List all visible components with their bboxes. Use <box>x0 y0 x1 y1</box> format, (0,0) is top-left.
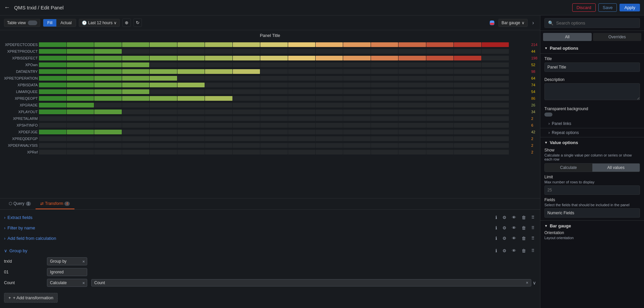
extract-info-button[interactable]: ℹ <box>494 214 498 221</box>
row-value: 86 <box>531 95 537 102</box>
transparent-bg-toggle[interactable] <box>544 113 552 117</box>
time-selector[interactable]: 🕐 Last 12 hours ∨ <box>79 19 120 27</box>
transform-badge: 4 <box>64 202 70 206</box>
addfield-drag-button[interactable]: ⠿ <box>530 235 536 241</box>
groupby-delete-button[interactable]: 🗑 <box>520 248 527 254</box>
row-label: XPLAYOUT <box>4 108 38 115</box>
bar-gauge-chevron-icon: ▼ <box>544 224 548 228</box>
group-by-header: ∨ Group by ℹ ⚙ 👁 🗑 ⠿ <box>4 246 536 256</box>
all-tab[interactable]: All <box>543 33 592 41</box>
extract-delete-button[interactable]: 🗑 <box>520 214 527 221</box>
fill-button[interactable]: Fill <box>43 19 56 27</box>
search-box[interactable]: 🔍 <box>544 18 640 28</box>
value-options-header[interactable]: ▼ Value options <box>544 137 640 148</box>
add-transformation-button[interactable]: + + Add transformation <box>4 293 58 303</box>
addfield-info-button[interactable]: ℹ <box>494 235 498 241</box>
01-action-dropdown[interactable]: Ignored <box>47 268 87 276</box>
transform-item-filter[interactable]: › Filter by name ℹ ⚙ 👁 🗑 ⠿ <box>0 223 540 233</box>
row-label: XPBISDEFECT <box>4 55 38 61</box>
filter-delete-button[interactable]: 🗑 <box>520 225 527 231</box>
bar-row <box>39 149 528 156</box>
filter-drag-button[interactable]: ⠿ <box>530 225 536 231</box>
panel-settings-button[interactable]: › <box>530 18 536 27</box>
calculate-select[interactable]: Calculate × <box>47 279 87 287</box>
overrides-tab[interactable]: Overrides <box>593 33 642 41</box>
groupby-info-button[interactable]: ℹ <box>494 248 498 254</box>
transform-item-addfield[interactable]: › Add field from calculation ℹ ⚙ 👁 🗑 ⠿ <box>0 233 540 244</box>
filter-actions: ℹ ⚙ 👁 🗑 ⠿ <box>494 225 536 231</box>
filter-info-button[interactable]: ℹ <box>494 225 498 231</box>
query-icon: ⬡ <box>9 201 12 206</box>
bar-row <box>39 115 528 122</box>
row-label: XPREQDEFGP <box>4 135 38 142</box>
row-value: 98 <box>531 68 537 75</box>
chevron-right-icon: › <box>4 236 5 241</box>
transparent-bg-label: Transparent background <box>544 106 640 111</box>
refresh-button[interactable]: ↻ <box>133 18 142 27</box>
save-button[interactable]: Save <box>598 3 617 12</box>
add-transformation-label: + Add transformation <box>13 295 53 300</box>
addfield-delete-button[interactable]: 🗑 <box>520 235 527 241</box>
show-label: Show <box>544 148 640 152</box>
query-badge: 1 <box>26 202 31 206</box>
extract-actions: ℹ ⚙ 👁 🗑 ⠿ <box>494 214 536 221</box>
chart-area: Panel Title XPDEFECTCODESXPRETPRODUCTXPB… <box>0 30 540 198</box>
bar-gauge-header[interactable]: ▼ Bar gauge <box>544 223 640 228</box>
tab-query[interactable]: ⬡ Query 1 <box>4 199 36 209</box>
row-value: 42 <box>531 129 537 135</box>
bar-row <box>39 55 528 61</box>
filter-settings-button[interactable]: ⚙ <box>501 225 508 231</box>
row-value: 198 <box>531 55 537 61</box>
calculate-tab[interactable]: Calculate <box>545 164 592 172</box>
table-view-label: Table view <box>7 20 26 25</box>
search-icon: 🔍 <box>548 20 553 26</box>
extract-drag-button[interactable]: ⠿ <box>530 214 536 221</box>
right-panel: 🔍 All Overrides ▼ Panel options Title De… <box>540 15 644 308</box>
trxid-clear-icon[interactable]: × <box>80 259 87 264</box>
table-view-switch[interactable] <box>28 20 37 25</box>
filter-visibility-button[interactable]: 👁 <box>511 225 518 231</box>
header: ← QMS trxid / Edit Panel Discard Save Ap… <box>0 0 644 15</box>
groupby-settings-button[interactable]: ⚙ <box>501 248 508 254</box>
table-view-toggle[interactable]: Table view <box>4 19 40 27</box>
01-field-label: 01 <box>4 270 44 274</box>
title-input[interactable] <box>544 62 640 72</box>
apply-button[interactable]: Apply <box>620 4 640 11</box>
panel-options-header[interactable]: ▼ Panel options <box>540 43 644 54</box>
count-tag-remove-icon[interactable]: × <box>526 280 528 285</box>
description-label: Description <box>544 77 640 82</box>
zoom-button[interactable]: ⊕ <box>122 18 131 27</box>
tab-transform[interactable]: ⇄ Transform 4 <box>36 199 74 209</box>
description-input[interactable] <box>544 83 640 100</box>
discard-button[interactable]: Discard <box>572 3 596 12</box>
panel-toolbar: Table view Fill Actual 🕐 Last 12 hours ∨… <box>0 15 540 30</box>
bar-row <box>39 48 528 55</box>
group-by-label[interactable]: ∨ Group by <box>4 248 27 253</box>
groupby-drag-button[interactable]: ⠿ <box>530 248 536 254</box>
fields-select[interactable]: Numeric Fields <box>544 208 640 218</box>
panel-links-item[interactable]: › Panel links <box>540 119 644 128</box>
calculate-dropdown[interactable]: Calculate <box>47 279 80 287</box>
addfield-settings-button[interactable]: ⚙ <box>501 235 508 241</box>
tab-transform-label: Transform <box>45 201 63 206</box>
limit-input[interactable] <box>544 185 640 195</box>
actual-button[interactable]: Actual <box>56 19 75 27</box>
trxid-action-dropdown[interactable]: Group by <box>47 258 80 265</box>
extract-settings-button[interactable]: ⚙ <box>501 214 508 221</box>
bar-row <box>39 102 528 108</box>
addfield-visibility-button[interactable]: 👁 <box>511 235 518 241</box>
trxid-action-select[interactable]: Group by × <box>47 257 87 265</box>
viz-chevron-down-icon: ∨ <box>522 20 525 25</box>
extract-visibility-button[interactable]: 👁 <box>511 214 518 221</box>
search-input[interactable] <box>556 20 636 26</box>
row-label: XPSHTINFO <box>4 122 38 129</box>
transform-item-extract[interactable]: › Extract fields ℹ ⚙ 👁 🗑 ⠿ <box>0 212 540 223</box>
viz-selector[interactable]: Bar gauge ∨ <box>498 19 527 27</box>
calculate-clear-icon[interactable]: × <box>80 280 87 285</box>
groupby-visibility-button[interactable]: 👁 <box>511 248 518 254</box>
count-end-chevron[interactable]: ∨ <box>533 280 536 285</box>
back-button[interactable]: ← <box>4 4 10 11</box>
row-value: 2 <box>531 115 537 122</box>
all-values-tab[interactable]: All values <box>592 164 640 172</box>
repeat-options-item[interactable]: › Repeat options <box>540 128 644 137</box>
